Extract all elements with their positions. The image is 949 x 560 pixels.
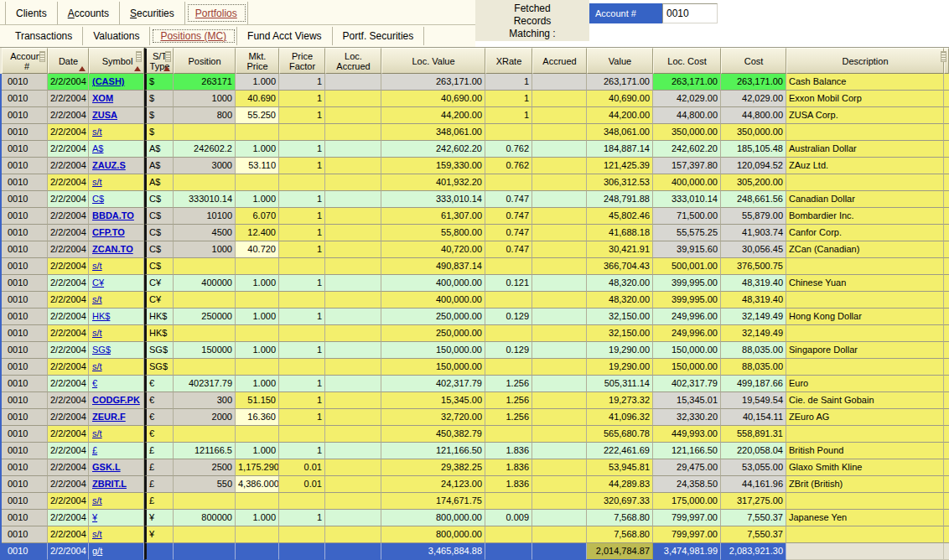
symbol-link[interactable]: ZAUZ.S	[92, 160, 126, 170]
cell-acct: 0010	[2, 359, 48, 376]
cell-pf: 1	[279, 191, 325, 208]
symbol-link[interactable]: XOM	[92, 93, 113, 103]
tab-positions-mc[interactable]: Positions (MC)	[150, 27, 237, 45]
cell-desc: Canfor Corp.	[786, 225, 944, 241]
symbol-link[interactable]: s/t	[92, 328, 102, 338]
symbol-link[interactable]: GSK.L	[92, 462, 121, 472]
symbol-link[interactable]: s/t	[92, 294, 102, 304]
symbol-link[interactable]: ZEUR.F	[92, 412, 126, 422]
cell-sym: s/t	[89, 493, 144, 510]
header-cell-sym[interactable]: Symbol	[89, 48, 144, 74]
tab-portf-securities[interactable]: Portf. Securities	[333, 27, 425, 45]
cell-pf: 1	[279, 141, 325, 158]
cell-desc: Bombardier Inc.	[786, 208, 944, 225]
symbol-link[interactable]: SG$	[92, 345, 111, 355]
symbol-link[interactable]: s/t	[92, 177, 102, 187]
cell-st: SG$	[144, 342, 174, 359]
cell-pf: 1	[279, 107, 325, 124]
cell-sym: s/t	[89, 174, 144, 191]
symbol-link[interactable]: s/t	[92, 361, 102, 371]
cell-pf	[279, 124, 325, 141]
cell-xr: 0.762	[485, 141, 532, 158]
tab-securities[interactable]: Securities	[120, 2, 185, 24]
symbol-link[interactable]: ¥	[92, 512, 97, 522]
tab-transactions[interactable]: Transactions	[5, 27, 83, 45]
header-label: Date	[59, 56, 78, 66]
cell-val: 320,697.33	[587, 493, 653, 510]
header-cell-acc[interactable]: Accrued	[532, 48, 587, 74]
symbol-link[interactable]: s/t	[92, 127, 102, 137]
cell-sym: SG$	[89, 342, 144, 359]
symbol-link[interactable]: s/t	[92, 529, 102, 539]
cell-lval: 32,720.00	[381, 409, 485, 426]
symbol-link[interactable]: CODGF.PK	[92, 395, 140, 405]
fetched-line-2: Records	[475, 15, 589, 28]
header-cell-pos[interactable]: Position	[174, 48, 236, 74]
tab-valuations[interactable]: Valuations	[83, 27, 150, 45]
tab-clients[interactable]: Clients	[5, 2, 58, 24]
header-cell-lcost[interactable]: Loc. Cost	[653, 48, 721, 74]
header-cell-date[interactable]: Date	[48, 48, 89, 74]
table-row: 00102/2/2004s/t€450,382.79565,680.78449,…	[2, 426, 949, 443]
header-cell-lval[interactable]: Loc. Value	[381, 48, 485, 74]
symbol-link[interactable]: BBDA.TO	[92, 210, 134, 220]
symbol-link[interactable]: £	[92, 445, 97, 455]
header-cell-pf[interactable]: Price Factor	[279, 48, 325, 74]
symbol-link[interactable]: ZCAN.TO	[92, 244, 133, 254]
symbol-link[interactable]: ZUSA	[92, 110, 117, 120]
header-cell-mkt[interactable]: Mkt. Price	[236, 48, 279, 74]
cell-acct: 0010	[2, 275, 48, 292]
tab-accounts[interactable]: Accounts	[58, 2, 120, 24]
cell-val: 44,200.00	[587, 107, 653, 124]
tab-fund-acct-views[interactable]: Fund Acct Views	[237, 27, 333, 45]
tab-portfolios[interactable]: Portfolios	[185, 2, 248, 24]
symbol-link[interactable]: s/t	[92, 261, 102, 271]
cell-mkt	[236, 426, 279, 443]
cell-lcost: 24,358.50	[653, 476, 721, 493]
cell-pos: 2500	[174, 459, 236, 476]
fetched-records-label: Fetched Records Matching :	[475, 0, 589, 41]
cell-st: £	[144, 443, 174, 459]
symbol-link[interactable]: C¥	[92, 277, 104, 288]
header-cell-acct[interactable]: Account #	[2, 48, 48, 74]
symbol-link[interactable]: €	[92, 378, 97, 388]
symbol-link[interactable]: C$	[92, 194, 104, 204]
header-cell-cost[interactable]: Cost	[721, 48, 786, 74]
cell-xr	[485, 426, 532, 443]
cell-sp	[944, 158, 949, 174]
cell-pf: 1	[279, 376, 325, 392]
cell-date: 2/2/2004	[48, 208, 89, 225]
cell-lcost: 29,475.00	[653, 459, 721, 476]
account-number-input[interactable]	[662, 3, 718, 23]
symbol-link[interactable]: (CASH)	[92, 76, 125, 86]
symbol-link[interactable]: g/t	[92, 546, 102, 556]
cell-acc	[532, 292, 587, 309]
header-cell-xr[interactable]: XRate	[485, 48, 532, 74]
header-cell-val[interactable]: Value	[587, 48, 653, 74]
cell-sp	[944, 258, 949, 275]
header-cell-desc[interactable]: Description	[786, 48, 944, 74]
cell-date: 2/2/2004	[48, 191, 89, 208]
cell-sp	[944, 459, 949, 476]
cell-sym: CFP.TO	[89, 225, 144, 241]
cell-date: 2/2/2004	[48, 258, 89, 275]
cell-lval: 40,690.00	[381, 91, 485, 107]
cell-date: 2/2/2004	[48, 275, 89, 292]
symbol-link[interactable]: ZBRIT.L	[92, 479, 127, 489]
symbol-link[interactable]: s/t	[92, 428, 102, 438]
cell-lcost: 263,171.00	[653, 74, 721, 91]
symbol-link[interactable]: s/t	[92, 495, 102, 506]
symbol-link[interactable]: HK$	[92, 311, 110, 321]
header-cell-st[interactable]: S/T Type	[144, 48, 174, 74]
cell-sp	[944, 225, 949, 241]
cell-lval: 263,171.00	[381, 74, 485, 91]
cell-mkt: 1.000	[236, 275, 279, 292]
header-cell-lacc[interactable]: Loc. Accrued	[325, 48, 381, 74]
table-row: 00102/2/2004SG$SG$1500001.0001150,000.00…	[2, 342, 949, 359]
account-number-button[interactable]: Account #	[589, 3, 662, 23]
symbol-link[interactable]: CFP.TO	[92, 227, 125, 237]
cell-sp	[944, 443, 949, 459]
symbol-link[interactable]: A$	[92, 143, 103, 153]
cell-sym: C$	[89, 191, 144, 208]
cell-pos	[174, 124, 236, 141]
